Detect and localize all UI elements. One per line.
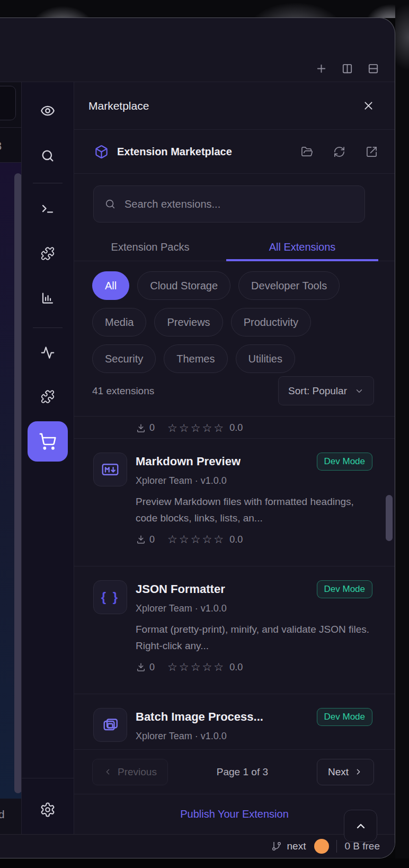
- previous-page-button[interactable]: Previous: [92, 759, 168, 785]
- filter-chip[interactable]: Utilities: [236, 344, 295, 373]
- search-icon[interactable]: [40, 148, 55, 163]
- extension-icon: [93, 453, 127, 486]
- filter-chip-label: Themes: [176, 353, 215, 365]
- clipped-button[interactable]: [0, 86, 16, 120]
- filter-chip[interactable]: Security: [92, 344, 156, 373]
- search-box[interactable]: [93, 185, 365, 223]
- photo-background-top: [0, 0, 409, 18]
- eye-icon[interactable]: [40, 103, 55, 118]
- filter-chip[interactable]: Cloud Storage: [137, 271, 230, 300]
- extension-byline: Xplorer Team · v1.0.0: [136, 475, 372, 486]
- chevron-left-icon: [103, 767, 112, 776]
- refresh-icon[interactable]: [333, 146, 345, 158]
- shopping-cart-icon: [39, 432, 57, 450]
- marketplace-title: Extension Marketplace: [117, 146, 232, 158]
- filter-chip-label: Cloud Storage: [150, 280, 218, 292]
- extension-byline: Xplorer Team · v1.0.0: [136, 731, 372, 742]
- gear-icon[interactable]: [40, 802, 56, 818]
- extension-byline: Xplorer Team · v1.0.0: [136, 603, 372, 614]
- status-dot[interactable]: [314, 839, 329, 854]
- clipped-left-panel: 3 d: [0, 82, 22, 834]
- extension-card[interactable]: Markdown Preview Dev Mode Xplorer Team ·…: [74, 438, 395, 566]
- app-window: 3 d Market: [0, 17, 395, 858]
- extension-stats: 0 ☆☆☆☆☆ 0.0: [136, 661, 372, 674]
- marketplace-sidebar-button[interactable]: [28, 421, 68, 462]
- page-indicator: Page 1 of 3: [168, 766, 317, 778]
- filter-chip-label: Developer Tools: [251, 280, 327, 292]
- filter-chip-label: All: [105, 280, 117, 292]
- rating-value: 0.0: [229, 534, 243, 545]
- plugin-icon[interactable]: [41, 389, 55, 404]
- rating-value: 0.0: [229, 422, 243, 433]
- bar-chart-icon[interactable]: [41, 291, 55, 305]
- extension-card[interactable]: { } JSON Formatter Dev Mode Xplorer Team…: [74, 566, 395, 694]
- filter-chip[interactable]: Developer Tools: [238, 271, 340, 300]
- chevron-right-icon: [354, 767, 363, 776]
- filter-chips: AllCloud StorageDeveloper ToolsMediaPrev…: [74, 261, 395, 376]
- close-icon[interactable]: [363, 100, 374, 111]
- clipped-extension-stats: 0 ☆☆☆☆☆ 0.0: [74, 417, 395, 438]
- sort-dropdown[interactable]: Sort: Popular: [278, 376, 374, 405]
- star-rating-icons: ☆☆☆☆☆: [167, 533, 225, 546]
- puzzle-icon[interactable]: [41, 246, 55, 261]
- activity-sidebar: [22, 82, 74, 834]
- external-link-icon[interactable]: [366, 146, 378, 158]
- free-space-label: 0 B free: [344, 840, 380, 852]
- sidebar-divider: [33, 327, 63, 328]
- previous-label: Previous: [118, 766, 157, 778]
- search-icon: [104, 198, 116, 210]
- scroll-to-top-button[interactable]: [344, 810, 377, 842]
- clipped-panel-edge: [14, 173, 21, 793]
- scrollbar-thumb[interactable]: [386, 495, 393, 541]
- git-branch-item[interactable]: next: [271, 840, 306, 852]
- extension-card-body: JSON Formatter Dev Mode Xplorer Team · v…: [136, 580, 372, 674]
- split-view-horizontal-icon[interactable]: [367, 63, 379, 75]
- filter-chip-label: Media: [105, 316, 134, 329]
- extension-icon: [93, 708, 127, 742]
- plus-icon[interactable]: [315, 63, 327, 75]
- folder-open-icon[interactable]: [301, 146, 313, 158]
- download-icon: [136, 662, 146, 672]
- next-page-button[interactable]: Next: [317, 759, 374, 785]
- dev-mode-badge: Dev Mode: [317, 708, 372, 726]
- clipped-text: 3: [0, 139, 2, 153]
- search-input[interactable]: [123, 198, 354, 211]
- tab-extension-packs[interactable]: Extension Packs: [74, 233, 226, 261]
- extension-name: Markdown Preview: [136, 455, 241, 468]
- publish-extension-link[interactable]: Publish Your Extension: [180, 808, 289, 820]
- clipped-text: d: [0, 808, 5, 821]
- filter-chip[interactable]: Media: [92, 308, 146, 336]
- dev-mode-badge: Dev Mode: [317, 453, 372, 471]
- extension-card[interactable]: Batch Image Process... Dev Mode Xplorer …: [74, 694, 395, 749]
- git-branch-icon: [271, 841, 282, 852]
- sidebar-divider: [22, 778, 74, 778]
- filter-chip[interactable]: Themes: [164, 344, 227, 373]
- filter-chip-label: Utilities: [248, 353, 282, 365]
- sort-label: Sort: Popular: [288, 385, 347, 397]
- json-braces-icon: { }: [101, 590, 119, 605]
- download-icon: [136, 423, 146, 433]
- branch-name: next: [287, 840, 306, 852]
- window-top-bar: [0, 18, 395, 82]
- statusbar-divider: [336, 840, 337, 853]
- filter-chip[interactable]: Productivity: [231, 308, 311, 336]
- package-icon: [94, 145, 109, 159]
- activity-icon[interactable]: [41, 346, 55, 360]
- extension-stats: 0 ☆☆☆☆☆ 0.0: [136, 533, 372, 546]
- extension-description: Preview Markdown files with formatted he…: [136, 493, 372, 526]
- tab-all-extensions[interactable]: All Extensions: [226, 233, 378, 261]
- filter-chip[interactable]: All: [92, 271, 129, 300]
- terminal-icon[interactable]: [41, 201, 55, 216]
- rating-value: 0.0: [229, 662, 243, 673]
- extension-list: 0 ☆☆☆☆☆ 0.0 Markdown Preview Dev Mode Xp…: [74, 416, 395, 749]
- extension-card-body: Markdown Preview Dev Mode Xplorer Team ·…: [136, 453, 372, 546]
- star-rating-icons: ☆☆☆☆☆: [167, 661, 225, 674]
- extension-icon: { }: [93, 580, 127, 614]
- sidebar-divider: [33, 183, 63, 183]
- markdown-icon: [101, 460, 120, 479]
- next-label: Next: [328, 766, 349, 778]
- split-view-vertical-icon[interactable]: [341, 63, 353, 75]
- star-rating-icons: ☆☆☆☆☆: [167, 422, 225, 435]
- clipped-button-cell: [0, 82, 21, 128]
- filter-chip[interactable]: Previews: [154, 308, 223, 336]
